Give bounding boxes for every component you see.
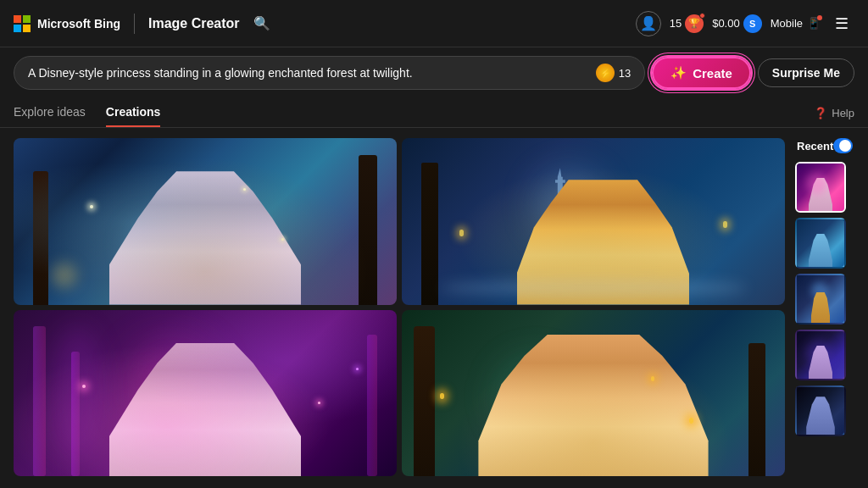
glow-1 xyxy=(129,220,180,271)
crystal-1 xyxy=(33,326,46,476)
coins-count: 15 🏆 xyxy=(670,14,704,33)
sparkle-1 xyxy=(90,205,93,208)
header: Microsoft Bing Image Creator 🔍 👤 15 🏆 $0… xyxy=(0,0,868,47)
user-avatar[interactable]: 👤 xyxy=(636,11,661,36)
search-input-wrap: ⚡ 13 xyxy=(14,56,645,90)
surprise-button[interactable]: Surprise Me xyxy=(758,58,854,87)
light-2 xyxy=(318,402,320,404)
image-grid xyxy=(14,138,785,476)
lantern-3 xyxy=(440,393,444,399)
lantern-4 xyxy=(689,418,693,424)
trophy-icon: 🏆 xyxy=(685,14,704,33)
princess-3 xyxy=(109,343,301,476)
princess-1 xyxy=(109,171,301,304)
crystal-glow-1 xyxy=(52,326,103,459)
sidebar-recent: Recent xyxy=(795,138,854,476)
create-icon: ✨ xyxy=(670,65,687,80)
light-3 xyxy=(356,368,359,370)
balance-value: $0.00 xyxy=(712,17,740,30)
sidebar-thumbnail-4[interactable] xyxy=(795,330,846,380)
search-icon[interactable]: 🔍 xyxy=(250,12,274,36)
tabs-row: Explore ideas Creations ❓ Help xyxy=(0,98,868,128)
purple-glow xyxy=(129,343,214,428)
tab-explore-ideas[interactable]: Explore ideas xyxy=(14,98,86,127)
sidebar-thumbnail-3[interactable] xyxy=(795,274,846,324)
generated-image-1[interactable] xyxy=(14,138,397,305)
castle-glow xyxy=(536,171,604,239)
sidebar-thumbnail-2[interactable] xyxy=(795,218,846,269)
recent-label: Recent xyxy=(797,140,833,152)
boost-count: 13 xyxy=(619,67,631,80)
create-button[interactable]: ✨ Create xyxy=(652,57,751,89)
dark-tree-1 xyxy=(414,326,435,476)
crystal-3 xyxy=(367,335,377,476)
sidebar-thumbnail-5[interactable] xyxy=(795,385,846,436)
coins-number: 15 xyxy=(670,17,682,30)
sparkle-3 xyxy=(243,188,246,191)
header-divider xyxy=(134,14,135,34)
search-bar-row: ⚡ 13 ✨ Create Surprise Me xyxy=(0,47,868,98)
princess-4 xyxy=(478,335,708,476)
crystal-2 xyxy=(71,352,80,476)
lantern-5 xyxy=(651,376,654,381)
phone-icon-wrap: 📱 xyxy=(807,17,821,30)
brand-name: Microsoft Bing xyxy=(37,17,120,30)
help-text: Help xyxy=(832,107,854,119)
trophy-notification-dot xyxy=(699,13,705,19)
lantern-2 xyxy=(723,221,727,228)
toggle-knob xyxy=(839,140,851,152)
light-1 xyxy=(82,385,86,388)
mobile-text: Mobile xyxy=(771,17,803,30)
castle-silhouette xyxy=(555,168,581,197)
dark-tree-2 xyxy=(748,343,765,476)
generated-image-4[interactable] xyxy=(402,310,785,477)
boost-icon: ⚡ xyxy=(596,64,615,82)
teal-glow xyxy=(498,359,574,435)
glow-2 xyxy=(52,263,77,288)
sidebar-header: Recent xyxy=(795,138,854,153)
create-label: Create xyxy=(693,66,732,80)
phone-notification-dot xyxy=(817,15,822,20)
tree-1 xyxy=(33,171,48,304)
princess-2 xyxy=(517,180,689,304)
menu-button[interactable]: ☰ xyxy=(829,11,854,36)
logo-area: Microsoft Bing xyxy=(14,15,120,32)
s-badge-icon: S xyxy=(743,14,762,33)
help-circle-icon: ❓ xyxy=(814,107,827,119)
surprise-label: Surprise Me xyxy=(772,66,840,80)
sidebar-thumbnail-1[interactable] xyxy=(795,162,846,213)
path-glow xyxy=(440,280,747,297)
balance-badge: $0.00 S xyxy=(712,14,762,33)
search-input[interactable] xyxy=(28,66,596,80)
generated-image-3[interactable] xyxy=(14,310,397,477)
lantern-1 xyxy=(459,230,464,236)
help-link[interactable]: ❓ Help xyxy=(814,107,854,119)
page-title: Image Creator xyxy=(148,16,240,31)
tab-creations[interactable]: Creations xyxy=(106,98,161,127)
generated-image-2[interactable] xyxy=(402,138,785,305)
main-content: Recent xyxy=(0,128,868,486)
tree-2 xyxy=(359,155,377,305)
mobile-section[interactable]: Mobile 📱 xyxy=(771,17,821,30)
recent-toggle[interactable] xyxy=(833,138,853,153)
header-right: 👤 15 🏆 $0.00 S Mobile 📱 ☰ xyxy=(636,11,854,36)
microsoft-logo xyxy=(14,15,31,32)
sparkle-2 xyxy=(281,238,284,241)
tree-3 xyxy=(421,163,438,304)
